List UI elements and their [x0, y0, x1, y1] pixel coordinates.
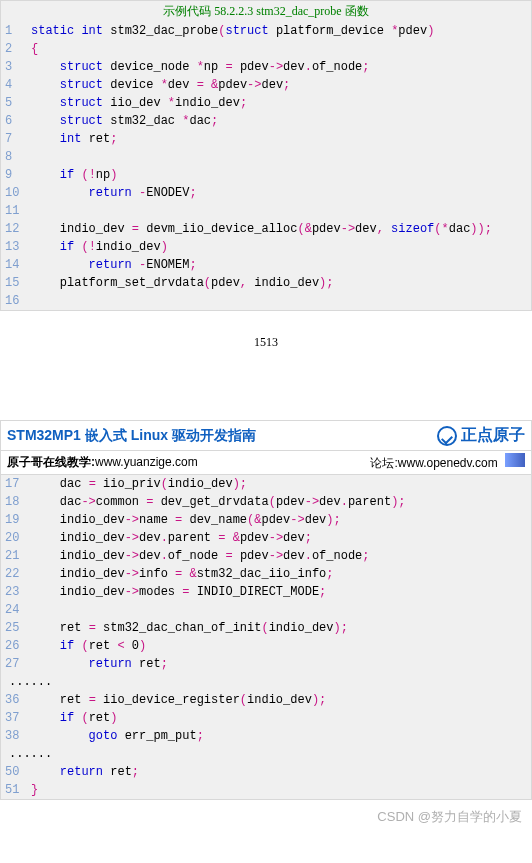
code-source: indio_dev->modes = INDIO_DIRECT_MODE;: [31, 583, 531, 601]
code-line: 19 indio_dev->name = dev_name(&pdev->dev…: [1, 511, 531, 529]
line-number: 12: [1, 220, 31, 238]
code-source: int ret;: [31, 130, 531, 148]
code-source: {: [31, 40, 531, 58]
line-number: 37: [1, 709, 31, 727]
code-source: struct device_node *np = pdev->dev.of_no…: [31, 58, 531, 76]
banner-top-row: STM32MP1 嵌入式 Linux 驱动开发指南 正点原子: [1, 421, 531, 451]
code-block-bottom: 17 dac = iio_priv(indio_dev);18 dac->com…: [1, 475, 531, 799]
line-number: 13: [1, 238, 31, 256]
line-number: 18: [1, 493, 31, 511]
code-line: 10 return -ENODEV;: [1, 184, 531, 202]
page-number: 1513: [0, 311, 532, 420]
code-line: 24: [1, 601, 531, 619]
line-number: 8: [1, 148, 31, 166]
code-source: goto err_pm_put;: [31, 727, 531, 745]
line-number: 7: [1, 130, 31, 148]
code-source: static int stm32_dac_probe(struct platfo…: [31, 22, 531, 40]
code-source: return ret;: [31, 763, 531, 781]
code-line: 5 struct iio_dev *indio_dev;: [1, 94, 531, 112]
banner-sub-row: 原子哥在线教学:www.yuanzige.com 论坛:www.openedv.…: [1, 451, 531, 475]
code-line: 27 return ret;: [1, 655, 531, 673]
code-source: dac = iio_priv(indio_dev);: [31, 475, 531, 493]
line-number: 19: [1, 511, 31, 529]
code-source: ......: [5, 745, 531, 763]
code-line: 18 dac->common = dev_get_drvdata(pdev->d…: [1, 493, 531, 511]
code-line: 36 ret = iio_device_register(indio_dev);: [1, 691, 531, 709]
sub-left-link[interactable]: www.yuanzige.com: [95, 455, 198, 469]
code-source: [31, 601, 531, 619]
line-number: 23: [1, 583, 31, 601]
code-line: 6 struct stm32_dac *dac;: [1, 112, 531, 130]
line-number: 51: [1, 781, 31, 799]
brand-check-icon: [437, 426, 457, 446]
code-line: 20 indio_dev->dev.parent = &pdev->dev;: [1, 529, 531, 547]
code-line: 8: [1, 148, 531, 166]
line-number: 4: [1, 76, 31, 94]
code-line: 2{: [1, 40, 531, 58]
code-source: if (!indio_dev): [31, 238, 531, 256]
line-number: 22: [1, 565, 31, 583]
line-number: 25: [1, 619, 31, 637]
code-source: return ret;: [31, 655, 531, 673]
code-source: struct device *dev = &pdev->dev;: [31, 76, 531, 94]
sub-right-label: 论坛:: [370, 456, 397, 470]
line-number: 16: [1, 292, 31, 310]
code-line: 51}: [1, 781, 531, 799]
brand-box: 正点原子: [437, 425, 525, 446]
code-block-top: 示例代码 58.2.2.3 stm32_dac_probe 函数 1static…: [0, 0, 532, 311]
code-example-title: 示例代码 58.2.2.3 stm32_dac_probe 函数: [1, 1, 531, 22]
line-number: 17: [1, 475, 31, 493]
code-source: [31, 148, 531, 166]
code-source: ......: [5, 673, 531, 691]
code-source: if (!np): [31, 166, 531, 184]
code-line: 16: [1, 292, 531, 310]
code-line: 25 ret = stm32_dac_chan_of_init(indio_de…: [1, 619, 531, 637]
code-source: return -ENODEV;: [31, 184, 531, 202]
code-line: 11: [1, 202, 531, 220]
code-line: 17 dac = iio_priv(indio_dev);: [1, 475, 531, 493]
code-line: 23 indio_dev->modes = INDIO_DIRECT_MODE;: [1, 583, 531, 601]
line-number: 2: [1, 40, 31, 58]
line-number: 3: [1, 58, 31, 76]
code-line: 13 if (!indio_dev): [1, 238, 531, 256]
code-lines-top: 1static int stm32_dac_probe(struct platf…: [1, 22, 531, 310]
code-source: if (ret < 0): [31, 637, 531, 655]
line-number: 14: [1, 256, 31, 274]
code-line: 21 indio_dev->dev.of_node = pdev->dev.of…: [1, 547, 531, 565]
code-source: indio_dev->info = &stm32_dac_iio_info;: [31, 565, 531, 583]
code-line: 38 goto err_pm_put;: [1, 727, 531, 745]
code-line: 4 struct device *dev = &pdev->dev;: [1, 76, 531, 94]
line-number: 11: [1, 202, 31, 220]
line-number: 36: [1, 691, 31, 709]
line-number: 26: [1, 637, 31, 655]
code-line: 50 return ret;: [1, 763, 531, 781]
line-number: 21: [1, 547, 31, 565]
code-line: 12 indio_dev = devm_iio_device_alloc(&pd…: [1, 220, 531, 238]
code-line: 14 return -ENOMEM;: [1, 256, 531, 274]
line-number: 50: [1, 763, 31, 781]
line-number: 24: [1, 601, 31, 619]
code-source: ret = stm32_dac_chan_of_init(indio_dev);: [31, 619, 531, 637]
code-line: 37 if (ret): [1, 709, 531, 727]
code-line: ......: [1, 745, 531, 763]
line-number: 27: [1, 655, 31, 673]
code-line: 9 if (!np): [1, 166, 531, 184]
brand-text: 正点原子: [461, 425, 525, 446]
code-source: }: [31, 781, 531, 799]
code-line: 3 struct device_node *np = pdev->dev.of_…: [1, 58, 531, 76]
code-line: 15 platform_set_drvdata(pdev, indio_dev)…: [1, 274, 531, 292]
code-source: indio_dev->dev.parent = &pdev->dev;: [31, 529, 531, 547]
code-source: struct iio_dev *indio_dev;: [31, 94, 531, 112]
code-line: 1static int stm32_dac_probe(struct platf…: [1, 22, 531, 40]
line-number: 15: [1, 274, 31, 292]
code-source: indio_dev->dev.of_node = pdev->dev.of_no…: [31, 547, 531, 565]
sub-right-link[interactable]: www.openedv.com: [398, 456, 498, 470]
code-source: ret = iio_device_register(indio_dev);: [31, 691, 531, 709]
footer-credit: CSDN @努力自学的小夏: [0, 800, 532, 832]
code-source: platform_set_drvdata(pdev, indio_dev);: [31, 274, 531, 292]
sub-left-label: 原子哥在线教学:: [7, 455, 95, 469]
line-number: 10: [1, 184, 31, 202]
line-number: 20: [1, 529, 31, 547]
code-lines-bottom: 17 dac = iio_priv(indio_dev);18 dac->com…: [1, 475, 531, 799]
document-banner-block: STM32MP1 嵌入式 Linux 驱动开发指南 正点原子 原子哥在线教学:w…: [0, 420, 532, 800]
